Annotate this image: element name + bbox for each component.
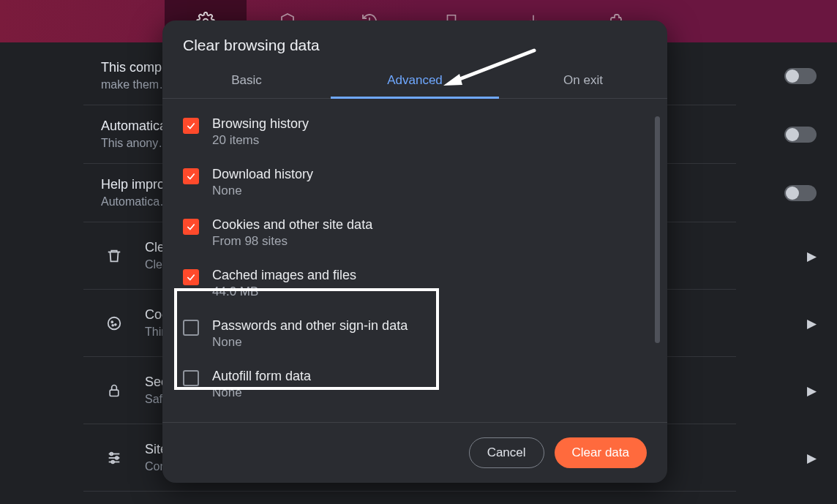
- item-label: Download history: [212, 167, 313, 182]
- clear-data-button[interactable]: Clear data: [555, 437, 647, 468]
- item-label: Autofill form data: [212, 369, 311, 384]
- clear-data-item: Cookies and other site dataFrom 98 sites: [183, 210, 647, 260]
- clear-data-item: Cached images and files44.0 MB: [183, 260, 647, 311]
- scrollbar[interactable]: [655, 116, 660, 343]
- checkbox[interactable]: [183, 370, 199, 386]
- checkbox[interactable]: [183, 320, 199, 336]
- clear-data-modal: Clear browsing data Basic Advanced On ex…: [162, 20, 667, 483]
- tab-advanced[interactable]: Advanced: [331, 63, 499, 99]
- modal-tabs: Basic Advanced On exit: [162, 63, 667, 99]
- tab-basic[interactable]: Basic: [162, 63, 331, 98]
- modal-title: Clear browsing data: [162, 20, 667, 54]
- item-subtext: 20 items: [212, 133, 309, 148]
- modal-overlay: Clear browsing data Basic Advanced On ex…: [0, 0, 837, 504]
- item-subtext: From 98 sites: [212, 234, 372, 249]
- checkbox[interactable]: [183, 118, 199, 134]
- checkbox[interactable]: [183, 269, 199, 285]
- checkbox[interactable]: [183, 219, 199, 235]
- item-subtext: None: [212, 184, 313, 198]
- clear-data-item: Autofill form dataNone: [183, 361, 647, 412]
- cancel-button[interactable]: Cancel: [469, 437, 544, 468]
- modal-list: Browsing history20 itemsDownload history…: [162, 99, 667, 422]
- item-subtext: None: [212, 335, 408, 350]
- modal-footer: Cancel Clear data: [162, 422, 667, 483]
- item-label: Passwords and other sign-in data: [212, 318, 408, 334]
- item-subtext: None: [212, 385, 311, 400]
- tab-on-exit[interactable]: On exit: [499, 63, 667, 98]
- item-label: Browsing history: [212, 116, 309, 132]
- clear-data-item: Browsing history20 items: [183, 109, 647, 159]
- item-label: Cached images and files: [212, 268, 356, 283]
- clear-data-item: Passwords and other sign-in dataNone: [183, 311, 647, 361]
- clear-data-item: Download historyNone: [183, 159, 647, 210]
- item-label: Cookies and other site data: [212, 217, 372, 233]
- checkbox[interactable]: [183, 168, 199, 184]
- item-subtext: 44.0 MB: [212, 285, 356, 299]
